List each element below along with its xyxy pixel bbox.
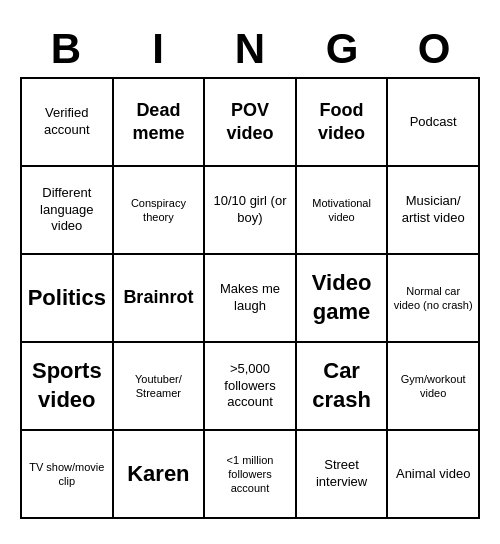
bingo-cell[interactable]: Podcast bbox=[388, 79, 480, 167]
bingo-title: BINGO bbox=[20, 25, 480, 73]
bingo-cell[interactable]: Food video bbox=[297, 79, 389, 167]
title-letter: I bbox=[113, 25, 203, 73]
cell-text: Dead meme bbox=[118, 99, 200, 146]
bingo-cell[interactable]: TV show/movie clip bbox=[22, 431, 114, 519]
cell-text: Normal car video (no crash) bbox=[392, 284, 474, 313]
bingo-cell[interactable]: Conspiracy theory bbox=[114, 167, 206, 255]
cell-text: TV show/movie clip bbox=[26, 460, 108, 489]
bingo-cell[interactable]: Video game bbox=[297, 255, 389, 343]
bingo-cell[interactable]: Musician/ artist video bbox=[388, 167, 480, 255]
cell-text: Karen bbox=[127, 460, 189, 489]
cell-text: Street interview bbox=[301, 457, 383, 491]
cell-text: Verified account bbox=[26, 105, 108, 139]
cell-text: Brainrot bbox=[123, 286, 193, 309]
bingo-cell[interactable]: POV video bbox=[205, 79, 297, 167]
bingo-cell[interactable]: Brainrot bbox=[114, 255, 206, 343]
bingo-cell[interactable]: Street interview bbox=[297, 431, 389, 519]
cell-text: Podcast bbox=[410, 114, 457, 131]
bingo-cell[interactable]: Dead meme bbox=[114, 79, 206, 167]
cell-text: Sports video bbox=[26, 357, 108, 414]
bingo-cell[interactable]: Politics bbox=[22, 255, 114, 343]
bingo-cell[interactable]: Motivational video bbox=[297, 167, 389, 255]
bingo-cell[interactable]: >5,000 followers account bbox=[205, 343, 297, 431]
bingo-card: BINGO Verified accountDead memePOV video… bbox=[10, 15, 490, 529]
title-letter: B bbox=[21, 25, 111, 73]
cell-text: 10/10 girl (or boy) bbox=[209, 193, 291, 227]
bingo-cell[interactable]: Verified account bbox=[22, 79, 114, 167]
bingo-cell[interactable]: Makes me laugh bbox=[205, 255, 297, 343]
cell-text: Motivational video bbox=[301, 196, 383, 225]
cell-text: Youtuber/ Streamer bbox=[118, 372, 200, 401]
cell-text: Car crash bbox=[301, 357, 383, 414]
bingo-cell[interactable]: Youtuber/ Streamer bbox=[114, 343, 206, 431]
cell-text: Makes me laugh bbox=[209, 281, 291, 315]
cell-text: Animal video bbox=[396, 466, 470, 483]
bingo-cell[interactable]: Car crash bbox=[297, 343, 389, 431]
bingo-cell[interactable]: 10/10 girl (or boy) bbox=[205, 167, 297, 255]
cell-text: Conspiracy theory bbox=[118, 196, 200, 225]
cell-text: Video game bbox=[301, 269, 383, 326]
cell-text: Food video bbox=[301, 99, 383, 146]
title-letter: G bbox=[297, 25, 387, 73]
bingo-cell[interactable]: <1 million followers account bbox=[205, 431, 297, 519]
cell-text: Different language video bbox=[26, 185, 108, 236]
cell-text: Musician/ artist video bbox=[392, 193, 474, 227]
bingo-cell[interactable]: Gym/workout video bbox=[388, 343, 480, 431]
cell-text: >5,000 followers account bbox=[209, 361, 291, 412]
bingo-cell[interactable]: Different language video bbox=[22, 167, 114, 255]
cell-text: <1 million followers account bbox=[209, 453, 291, 496]
bingo-grid: Verified accountDead memePOV videoFood v… bbox=[20, 77, 480, 519]
cell-text: POV video bbox=[209, 99, 291, 146]
cell-text: Politics bbox=[28, 284, 106, 313]
bingo-cell[interactable]: Animal video bbox=[388, 431, 480, 519]
bingo-cell[interactable]: Normal car video (no crash) bbox=[388, 255, 480, 343]
bingo-cell[interactable]: Sports video bbox=[22, 343, 114, 431]
cell-text: Gym/workout video bbox=[392, 372, 474, 401]
title-letter: N bbox=[205, 25, 295, 73]
title-letter: O bbox=[389, 25, 479, 73]
bingo-cell[interactable]: Karen bbox=[114, 431, 206, 519]
